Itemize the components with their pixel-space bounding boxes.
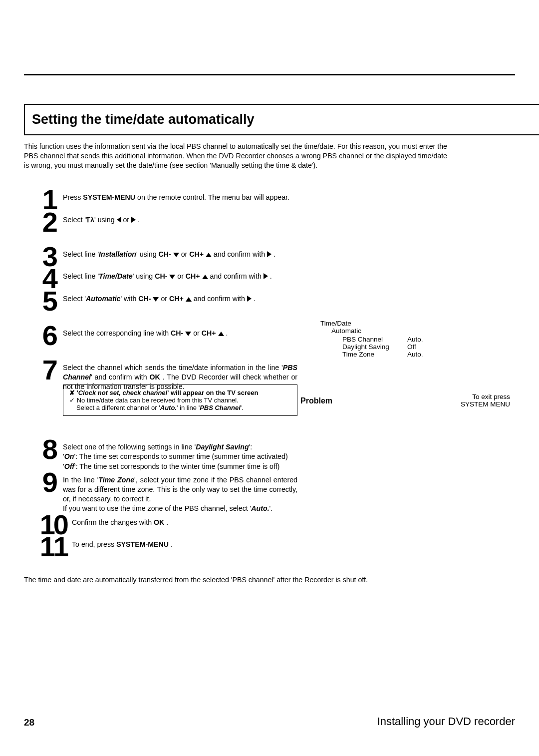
step-text: Select the corresponding line with CH- o… <box>63 328 297 338</box>
down-arrow-icon <box>173 253 179 257</box>
step-2: 2 Select 'Ƭλ' using or . <box>24 214 297 234</box>
osd-title: Time/Date <box>320 320 518 327</box>
up-arrow-icon <box>206 253 212 257</box>
step-text: Select line 'Time/Date' using CH- or CH+… <box>63 271 297 281</box>
step-number: 2 <box>24 211 63 234</box>
up-arrow-icon <box>218 332 224 336</box>
step-text: Press SYSTEM-MENU on the remote control.… <box>63 192 297 202</box>
settings-icon: Ƭλ <box>86 216 94 224</box>
right-arrow-icon <box>267 251 271 257</box>
down-arrow-icon <box>185 332 191 336</box>
osd-subtitle: Automatic <box>331 327 518 335</box>
top-rule <box>24 74 515 75</box>
problem-box: ✘ 'Clock not set, check channel' will ap… <box>63 384 297 416</box>
down-arrow-icon <box>153 297 159 302</box>
osd-rows: PBS ChannelAuto. Daylight SavingOff Time… <box>342 336 518 358</box>
step-9: 9 In the line 'Time Zone', select your t… <box>24 474 297 514</box>
problem-title: ✘ 'Clock not set, check channel' will ap… <box>69 389 292 396</box>
step-number: 5 <box>24 290 63 313</box>
osd-row: PBS ChannelAuto. <box>342 336 518 343</box>
step-number: 8 <box>24 438 63 461</box>
problem-line: Select a different channel or 'Auto.' in… <box>69 404 292 411</box>
step-number: 7 <box>24 359 63 381</box>
osd-preview: Time/Date Automatic PBS ChannelAuto. Day… <box>320 320 518 408</box>
step-6: 6 Select the corresponding line with CH-… <box>24 328 297 347</box>
step-5: 5 Select 'Automatic' with CH- or CH+ and… <box>24 293 297 313</box>
osd-exit-hint: To exit press SYSTEM MENU <box>320 393 518 408</box>
step-1: 1 Press SYSTEM-MENU on the remote contro… <box>24 192 297 211</box>
step-number: 11 <box>24 536 72 558</box>
right-arrow-icon <box>131 217 136 223</box>
step-number: 9 <box>24 471 63 494</box>
section-title: Installing your DVD recorder <box>377 715 515 728</box>
step-number: 6 <box>24 325 63 347</box>
step-text: Confirm the changes with OK . <box>72 517 297 527</box>
right-arrow-icon <box>264 273 268 279</box>
step-text: Select 'Automatic' with CH- or CH+ and c… <box>63 293 297 304</box>
left-arrow-icon <box>117 217 121 223</box>
problem-line: ✓ No time/date data can be received from… <box>69 396 292 404</box>
step-text: In the line 'Time Zone', select your tim… <box>63 474 297 514</box>
check-icon: ✓ <box>69 396 77 404</box>
step-8: 8 Select one of the following settings i… <box>24 441 297 471</box>
page-title: Setting the time/date automatically <box>32 112 312 127</box>
step-text: Select one of the following settings in … <box>63 441 297 471</box>
step-text: To end, press SYSTEM-MENU . <box>72 539 297 549</box>
down-arrow-icon <box>169 275 175 279</box>
up-arrow-icon <box>202 275 208 279</box>
title-box: Setting the time/date automatically <box>24 104 539 135</box>
step-text: Select line 'Installation' using CH- or … <box>63 249 297 259</box>
manual-page: Setting the time/date automatically This… <box>0 0 539 756</box>
step-text: Select 'Ƭλ' using or . <box>63 214 297 225</box>
osd-row: Time ZoneAuto. <box>342 351 518 358</box>
up-arrow-icon <box>186 297 192 302</box>
intro-paragraph: This function uses the information sent … <box>24 142 447 171</box>
x-icon: ✘ <box>69 389 77 396</box>
step-3: 3 Select line 'Installation' using CH- o… <box>24 249 297 268</box>
closing-paragraph: The time and date are automatically tran… <box>24 575 447 585</box>
steps-list: 1 Press SYSTEM-MENU on the remote contro… <box>24 192 297 561</box>
right-arrow-icon <box>247 296 252 302</box>
step-4: 4 Select line 'Time/Date' using CH- or C… <box>24 271 297 290</box>
page-number: 28 <box>24 717 34 728</box>
osd-row: Daylight SavingOff <box>342 343 518 351</box>
step-11: 11 To end, press SYSTEM-MENU . <box>24 539 297 558</box>
